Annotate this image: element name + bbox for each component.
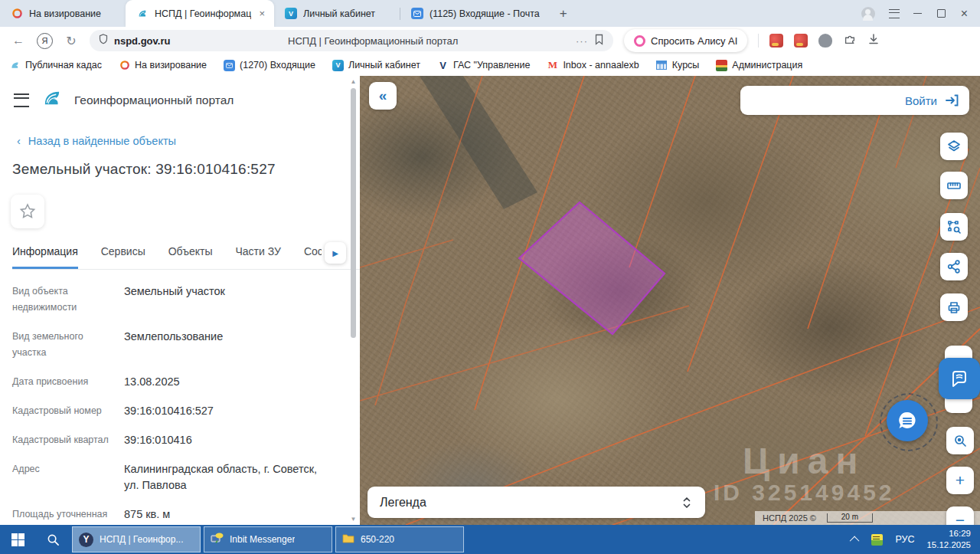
tab-informatsiya[interactable]: Информация <box>12 245 78 269</box>
chat-button[interactable] <box>887 400 928 441</box>
parcel-heading: Земельный участок: 39:16:010416:527 <box>12 161 346 178</box>
taskbar-search-button[interactable] <box>35 525 70 554</box>
browser-toolbar: ← Я ↻ nspd.gov.ru НСПД | Геоинформационн… <box>0 27 980 54</box>
bookmark-administratsiya[interactable]: Администрация <box>716 60 802 71</box>
windows-taskbar: Y НСПД | Геоинфор... Inbit Messenger 650… <box>0 525 980 554</box>
layers-button[interactable] <box>940 133 968 160</box>
taskbar-app-nspd[interactable]: Y НСПД | Геоинфор... <box>72 526 201 552</box>
table-grid-icon <box>656 60 668 71</box>
legend-dropdown[interactable]: Легенда <box>368 487 705 518</box>
nspd-doc-icon <box>9 60 21 71</box>
attribute-list: Вид объекта недвижимости Земельный участ… <box>0 270 360 523</box>
favorite-star-button[interactable] <box>11 195 44 228</box>
bookmark-lichnyi-kabinet[interactable]: V Личный кабинет <box>332 60 420 71</box>
print-button[interactable] <box>940 293 968 321</box>
yandex-browser-icon: Y <box>79 533 93 547</box>
tray-expand-icon[interactable] <box>850 536 860 546</box>
mail-icon <box>411 8 423 19</box>
back-icon[interactable]: ← <box>11 34 26 48</box>
attribute-row: Площадь уточненная 875 кв. м <box>12 506 329 523</box>
share-button[interactable] <box>940 253 968 280</box>
portal-menu-icon[interactable] <box>14 93 29 107</box>
tab-obekty[interactable]: Объекты <box>168 245 213 269</box>
taskbar-app-inbit[interactable]: Inbit Messenger <box>204 526 332 552</box>
nspd-favicon <box>136 8 149 20</box>
tray-messenger-icon[interactable] <box>871 534 883 546</box>
close-icon[interactable]: × <box>961 8 968 20</box>
scrollbar-thumb[interactable] <box>351 88 356 338</box>
taskbar-clock[interactable]: 16:29 15.12.2025 <box>926 528 971 551</box>
zoom-out-button[interactable]: − <box>946 506 974 525</box>
mail-icon <box>224 60 235 71</box>
clock-time: 16:29 <box>926 528 971 539</box>
measure-button[interactable] <box>940 172 968 199</box>
shield-v-icon: V <box>332 60 344 71</box>
tab-chasti-zu[interactable]: Части ЗУ <box>235 245 280 269</box>
alice-label: Спросить Алису AI <box>651 35 737 47</box>
window-controls: × <box>913 8 968 20</box>
reload-icon[interactable]: ↻ <box>64 34 79 48</box>
tab-label: НСПД | Геоинформаци <box>155 8 251 19</box>
tab-close-icon[interactable]: × <box>257 8 266 19</box>
extensions-puzzle-icon[interactable] <box>843 32 857 49</box>
profile-avatar[interactable] <box>861 7 875 21</box>
tab-sostoyanie[interactable]: Сост <box>304 245 322 269</box>
bookmark-na-vizirovanie[interactable]: На визирование <box>119 60 207 71</box>
bookmark-gmail-inbox[interactable]: M Inbox - annaalexb <box>547 60 639 71</box>
attribute-row: Адрес Калининградская область, г. Советс… <box>12 461 329 493</box>
yandex-ring-icon <box>119 60 130 71</box>
bookmark-publichnaya[interactable]: Публичная кадас <box>9 60 102 71</box>
start-button[interactable] <box>0 525 35 554</box>
browser-tab-nspd[interactable]: НСПД | Геоинформаци × <box>126 0 274 27</box>
pin-book-icon <box>949 368 970 389</box>
restore-icon[interactable] <box>937 9 946 18</box>
minimize-icon[interactable] <box>913 13 922 15</box>
chat-bubble-icon <box>896 409 919 432</box>
taskbar-app-650-220[interactable]: 650-220 <box>335 526 464 552</box>
map-canvas[interactable]: Циан ID 325149452 « Войти <box>360 76 980 525</box>
share-icon <box>946 259 962 274</box>
site-security-icon[interactable] <box>99 34 108 48</box>
tab-label: Личный кабинет <box>303 8 392 19</box>
attribute-row: Дата присвоения 13.08.2025 <box>12 374 329 390</box>
attribute-row: Кадастровый квартал 39:16:010416 <box>12 432 329 448</box>
extension-icon-1[interactable] <box>769 34 783 48</box>
extension-icon-2[interactable] <box>794 34 808 48</box>
administration-icon <box>716 60 727 71</box>
zoom-in-button[interactable]: + <box>946 467 974 494</box>
system-tray: РУС 16:29 15.12.2025 <box>852 525 980 554</box>
adblock-icon[interactable] <box>818 34 832 48</box>
browser-tab-lichnyi-kabinet[interactable]: V Личный кабинет <box>274 0 400 27</box>
bookmark-gas-upravlenie[interactable]: V ГАС "Управление <box>437 60 530 71</box>
back-chevron-icon: ‹ <box>17 135 21 147</box>
scroll-down-icon[interactable]: ▼ <box>349 515 358 523</box>
address-bar[interactable]: nspd.gov.ru НСПД | Геоинформационный пор… <box>90 30 613 51</box>
browser-menu-icon[interactable] <box>889 9 900 18</box>
browser-tab-na-vizirovanie[interactable]: На визирование <box>0 0 126 27</box>
panel-scrollbar[interactable]: ▲ ▼ <box>349 77 358 523</box>
tab-servisy[interactable]: Сервисы <box>101 245 145 269</box>
tabs-scroll-right-button[interactable]: ▶ <box>325 242 346 264</box>
bookmark-kursy[interactable]: Курсы <box>656 60 700 71</box>
downloads-icon[interactable] <box>867 33 880 48</box>
collapse-panel-button[interactable]: « <box>369 82 397 110</box>
back-to-results-link[interactable]: ‹ Назад в найденные объекты <box>17 135 346 147</box>
language-indicator[interactable]: РУС <box>895 534 914 545</box>
feedback-widget-button[interactable] <box>939 358 980 399</box>
new-tab-button[interactable]: + <box>555 5 572 22</box>
spatial-search-button[interactable] <box>940 213 968 241</box>
layers-icon <box>946 139 962 154</box>
ruler-icon <box>946 178 962 193</box>
address-more-icon[interactable]: ··· <box>576 35 588 47</box>
coordinate-search-button[interactable] <box>946 427 974 454</box>
ask-alice-button[interactable]: Спросить Алису AI <box>624 29 747 52</box>
selected-parcel <box>519 202 665 334</box>
bookmark-inbox-1270[interactable]: (1270) Входящие <box>224 60 315 71</box>
bookmark-flag-icon[interactable] <box>594 34 604 48</box>
browser-tab-mail[interactable]: (1125) Входящие - Почта <box>400 0 547 27</box>
page-title-text: НСПД | Геоинформационный портал <box>176 35 570 47</box>
login-button[interactable]: Войти <box>740 86 969 115</box>
yandex-home-icon[interactable]: Я <box>37 33 53 49</box>
scroll-up-icon[interactable]: ▲ <box>349 77 358 86</box>
portal-header: Геоинформационный портал <box>0 76 360 112</box>
